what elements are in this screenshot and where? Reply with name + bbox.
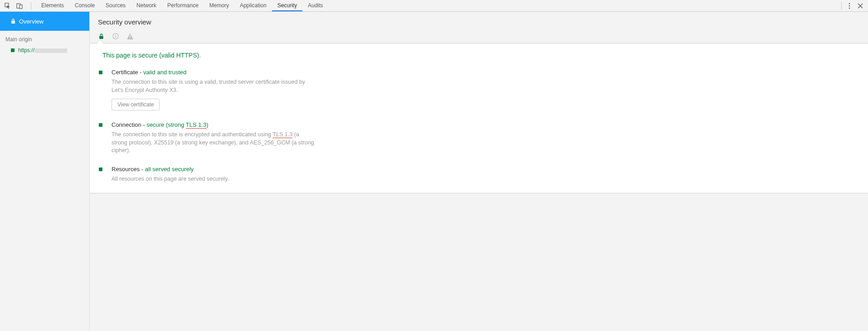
view-certificate-button[interactable]: View certificate bbox=[112, 99, 160, 110]
tab-sources[interactable]: Sources bbox=[100, 0, 131, 11]
svg-point-9 bbox=[115, 34, 116, 35]
tab-application[interactable]: Application bbox=[234, 0, 272, 11]
secure-indicator-icon bbox=[99, 69, 102, 110]
secure-indicator-icon bbox=[11, 48, 15, 52]
toolbar-divider bbox=[841, 2, 842, 10]
status-icon-row bbox=[90, 29, 868, 39]
connection-heading: Connection - secure (strong TLS 1.3) bbox=[112, 121, 315, 128]
svg-point-5 bbox=[849, 7, 850, 9]
secure-message: This page is secure (valid HTTPS). bbox=[99, 52, 859, 59]
connection-section: Connection - secure (strong TLS 1.3) The… bbox=[99, 121, 859, 155]
certificate-section: Certificate - valid and trusted The conn… bbox=[99, 69, 859, 110]
origin-url: https:// bbox=[18, 47, 67, 53]
sidebar-overview[interactable]: Overview bbox=[0, 12, 89, 31]
devtools-tabs: ElementsConsoleSourcesNetworkPerformance… bbox=[36, 0, 329, 11]
secure-indicator-icon bbox=[99, 121, 102, 155]
device-toggle-icon[interactable] bbox=[16, 3, 23, 9]
page-title: Security overview bbox=[98, 18, 860, 26]
security-content: Security overview This page is secure (v… bbox=[90, 12, 868, 331]
warning-triangle-icon[interactable] bbox=[127, 33, 133, 39]
devtools-toolbar: ElementsConsoleSourcesNetworkPerformance… bbox=[0, 0, 868, 12]
tab-console[interactable]: Console bbox=[69, 0, 100, 11]
resources-description: All resources on this page are served se… bbox=[112, 175, 229, 183]
sidebar-origin-row[interactable]: https:// bbox=[0, 45, 89, 55]
info-icon[interactable] bbox=[112, 33, 119, 39]
tab-performance[interactable]: Performance bbox=[162, 0, 204, 11]
svg-rect-7 bbox=[99, 36, 103, 39]
tab-network[interactable]: Network bbox=[131, 0, 162, 11]
certificate-description: The connection to this site is using a v… bbox=[112, 78, 315, 94]
toolbar-divider bbox=[31, 2, 31, 10]
security-details: This page is secure (valid HTTPS). Certi… bbox=[90, 43, 868, 193]
svg-rect-11 bbox=[130, 38, 131, 38]
tab-elements[interactable]: Elements bbox=[36, 0, 69, 11]
toolbar-right bbox=[841, 2, 868, 10]
resources-heading: Resources - all served securely bbox=[112, 166, 229, 173]
kebab-menu-icon[interactable] bbox=[846, 3, 853, 9]
connection-description: The connection to this site is encrypted… bbox=[112, 131, 315, 155]
svg-point-3 bbox=[849, 3, 850, 4]
sidebar-overview-label: Overview bbox=[19, 18, 44, 25]
main-layout: Overview Main origin https:// Security o… bbox=[0, 12, 868, 331]
tab-audits[interactable]: Audits bbox=[302, 0, 328, 11]
svg-point-4 bbox=[849, 5, 850, 6]
toolbar-left bbox=[0, 2, 34, 10]
content-header: Security overview bbox=[90, 12, 868, 29]
resources-section: Resources - all served securely All reso… bbox=[99, 166, 859, 183]
lock-icon bbox=[11, 19, 15, 24]
sidebar-section-title: Main origin bbox=[0, 31, 89, 45]
certificate-heading: Certificate - valid and trusted bbox=[112, 69, 315, 76]
security-sidebar: Overview Main origin https:// bbox=[0, 12, 90, 331]
tab-memory[interactable]: Memory bbox=[204, 0, 234, 11]
tab-security[interactable]: Security bbox=[272, 0, 302, 11]
svg-rect-10 bbox=[130, 35, 131, 38]
secure-lock-icon[interactable] bbox=[98, 33, 104, 39]
close-icon[interactable] bbox=[857, 3, 863, 9]
svg-rect-6 bbox=[11, 21, 15, 24]
inspect-element-icon[interactable] bbox=[5, 3, 11, 9]
svg-rect-2 bbox=[19, 5, 22, 9]
secure-indicator-icon bbox=[99, 166, 102, 183]
